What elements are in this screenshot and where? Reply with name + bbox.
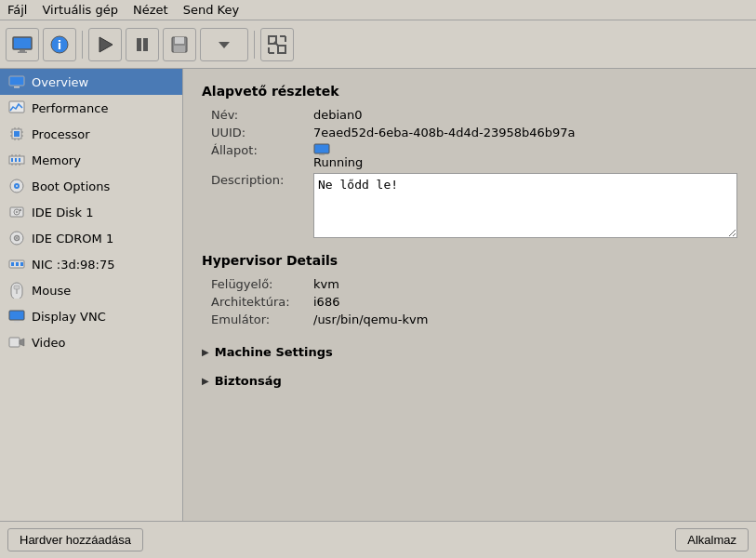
bottom-bar: Hardver hozzáadása Alkalmaz xyxy=(0,521,756,558)
toolbar-play-button[interactable] xyxy=(88,28,122,61)
value-supervisor: kvm xyxy=(313,277,339,291)
toolbar-save-button[interactable] xyxy=(163,28,196,61)
sidebar-label-performance: Performance xyxy=(32,101,108,115)
menu-vm[interactable]: Virtuális gép xyxy=(38,2,122,18)
info-icon: i xyxy=(49,34,70,55)
value-status: Running xyxy=(313,143,363,169)
value-arch: i686 xyxy=(313,295,339,309)
svg-rect-62 xyxy=(314,144,329,153)
detail-row-arch: Architektúra: i686 xyxy=(211,295,737,309)
toolbar-dropdown-button[interactable] xyxy=(200,28,248,61)
menubar: Fájl Virtuális gép Nézet Send Key xyxy=(0,0,756,20)
svg-rect-2 xyxy=(18,51,27,53)
sidebar: Overview Performance xyxy=(0,69,183,521)
machine-settings-label: Machine Settings xyxy=(215,345,333,359)
value-uuid: 7eaed52d-6eba-408b-4d4d-23958b46b97a xyxy=(313,126,576,140)
sidebar-label-nic: NIC :3d:98:75 xyxy=(32,258,115,272)
toolbar-info-button[interactable]: i xyxy=(43,28,76,61)
svg-line-14 xyxy=(274,42,278,46)
chevron-down-icon xyxy=(217,37,232,52)
video-icon xyxy=(7,333,26,352)
svg-rect-9 xyxy=(175,37,184,44)
sidebar-item-video[interactable]: Video xyxy=(0,329,182,355)
monitor-icon xyxy=(7,73,26,91)
sidebar-item-nic[interactable]: NIC :3d:98:75 xyxy=(0,251,182,277)
svg-rect-20 xyxy=(14,86,20,88)
sidebar-item-display-vnc[interactable]: Display VNC xyxy=(0,303,182,329)
menu-file[interactable]: Fájl xyxy=(4,2,31,18)
detail-row-status: Állapot: Running xyxy=(211,143,737,169)
svg-marker-11 xyxy=(219,42,230,48)
label-name: Név: xyxy=(211,108,313,122)
security-label: Biztonság xyxy=(215,374,282,388)
cdrom-icon xyxy=(7,229,26,247)
label-status: Állapot: xyxy=(211,143,313,157)
nic-icon xyxy=(7,255,26,273)
description-textarea[interactable]: Ne lődd le! xyxy=(313,173,737,238)
boot-icon xyxy=(7,177,26,195)
svg-point-51 xyxy=(16,237,18,239)
sidebar-item-performance[interactable]: Performance xyxy=(0,95,182,121)
svg-rect-33 xyxy=(11,158,13,162)
sidebar-label-video: Video xyxy=(32,336,65,350)
sidebar-label-boot-options: Boot Options xyxy=(32,179,110,193)
sidebar-label-processor: Processor xyxy=(32,127,90,141)
hypervisor-table: Felügyelő: kvm Architektúra: i686 Emulát… xyxy=(211,277,737,326)
toolbar-overview-button[interactable] xyxy=(6,28,39,61)
sidebar-item-memory[interactable]: Memory xyxy=(0,147,182,173)
label-description: Description: xyxy=(211,173,313,187)
machine-settings-header[interactable]: ▶ Machine Settings xyxy=(202,341,737,363)
sidebar-label-overview: Overview xyxy=(32,75,88,89)
sidebar-item-boot-options[interactable]: Boot Options xyxy=(0,173,182,199)
apply-button[interactable]: Alkalmaz xyxy=(675,528,749,551)
svg-marker-61 xyxy=(20,339,24,346)
svg-rect-13 xyxy=(278,46,285,53)
security-arrow: ▶ xyxy=(202,376,209,386)
disk-icon xyxy=(7,203,26,221)
menu-sendkey[interactable]: Send Key xyxy=(179,2,243,18)
hypervisor-section: Hypervisor Details Felügyelő: kvm Archit… xyxy=(202,253,737,326)
value-emulator: /usr/bin/qemu-kvm xyxy=(313,312,428,326)
menu-view[interactable]: Nézet xyxy=(129,2,172,18)
security-section: ▶ Biztonság xyxy=(202,370,737,392)
svg-rect-60 xyxy=(9,338,20,347)
svg-rect-35 xyxy=(19,158,20,162)
detail-row-name: Név: debian0 xyxy=(211,108,737,122)
toolbar-fullscreen-button[interactable] xyxy=(260,28,294,61)
svg-rect-34 xyxy=(15,158,17,162)
svg-marker-5 xyxy=(99,37,113,52)
content-area: Alapvető részletek Név: debian0 UUID: 7e… xyxy=(183,69,756,521)
mouse-icon xyxy=(7,281,26,299)
performance-icon xyxy=(7,99,26,117)
hypervisor-title: Hypervisor Details xyxy=(202,253,737,268)
toolbar-separator-2 xyxy=(254,31,255,59)
sidebar-item-ide-disk-1[interactable]: IDE Disk 1 xyxy=(0,199,182,225)
value-name: debian0 xyxy=(313,108,363,122)
detail-row-emulator: Emulátor: /usr/bin/qemu-kvm xyxy=(211,312,737,326)
processor-icon xyxy=(7,125,26,143)
sidebar-item-ide-cdrom-1[interactable]: IDE CDROM 1 xyxy=(0,225,182,251)
svg-rect-53 xyxy=(11,262,14,266)
label-arch: Architektúra: xyxy=(211,295,313,309)
basic-details-title: Alapvető részletek xyxy=(202,84,737,99)
monitor-icon xyxy=(12,36,33,53)
sidebar-item-mouse[interactable]: Mouse xyxy=(0,277,182,303)
sidebar-label-ide-disk-1: IDE Disk 1 xyxy=(32,206,94,219)
sidebar-item-processor[interactable]: Processor xyxy=(0,121,182,147)
sidebar-item-overview[interactable]: Overview xyxy=(0,69,182,95)
sidebar-label-ide-cdrom-1: IDE CDROM 1 xyxy=(32,232,113,246)
svg-text:i: i xyxy=(58,38,61,52)
basic-details-table: Név: debian0 UUID: 7eaed52d-6eba-408b-4d… xyxy=(211,108,737,238)
detail-row-description: Description: Ne lődd le! xyxy=(211,173,737,238)
svg-rect-55 xyxy=(20,262,23,266)
svg-rect-7 xyxy=(143,38,148,51)
svg-rect-58 xyxy=(9,311,24,320)
toolbar-separator-1 xyxy=(82,31,83,59)
detail-row-supervisor: Felügyelő: kvm xyxy=(211,277,737,291)
toolbar-pause-button[interactable] xyxy=(126,28,159,61)
label-supervisor: Felügyelő: xyxy=(211,277,313,291)
security-header[interactable]: ▶ Biztonság xyxy=(202,370,737,392)
sidebar-label-memory: Memory xyxy=(32,153,81,167)
add-hardware-button[interactable]: Hardver hozzáadása xyxy=(7,528,143,551)
machine-settings-arrow: ▶ xyxy=(202,347,209,357)
